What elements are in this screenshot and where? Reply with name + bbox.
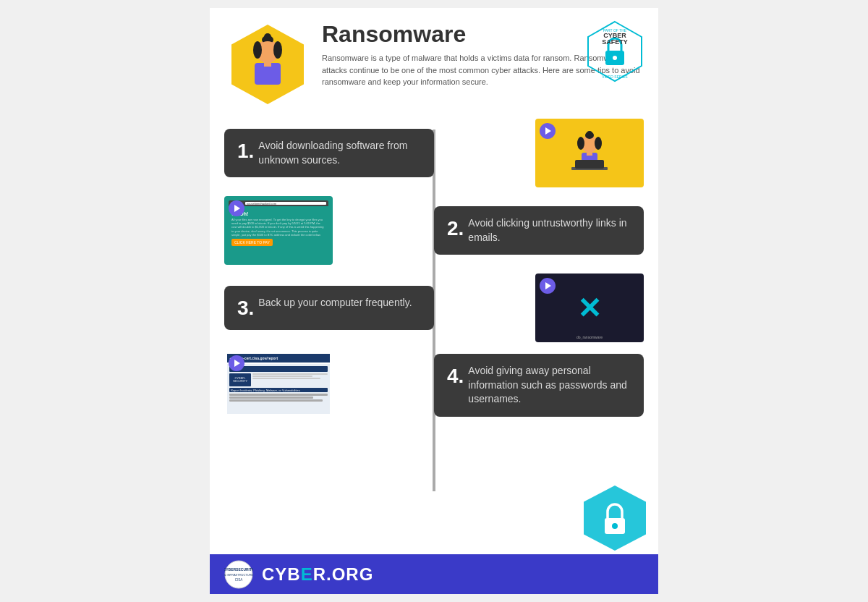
x-mark-icon: ✕ xyxy=(577,292,602,325)
step-2-text: Avoid clicking untrustworthy links in em… xyxy=(468,216,631,245)
step-3-video[interactable]: ✕ do_ransomware xyxy=(535,274,644,342)
footer-title: CYBER.ORG xyxy=(262,564,373,585)
svg-rect-23 xyxy=(587,151,592,156)
svg-point-11 xyxy=(613,56,617,60)
footer-logo: CYBERSECURITY & INFRASTRUCTURE CISA xyxy=(224,560,253,589)
step-4-box: 4. Avoid giving away personal informatio… xyxy=(434,354,644,417)
poster: Ransomware Ransomware is a type of malwa… xyxy=(210,8,658,594)
svg-text:CYBERSECURITY: CYBERSECURITY xyxy=(224,567,253,572)
step-4-text: Avoid giving away personal information s… xyxy=(468,364,631,407)
step-1-play-btn[interactable] xyxy=(540,123,556,139)
ransomware-title: Uh Oh! xyxy=(231,211,326,216)
avatar-hex xyxy=(224,21,311,108)
ransomware-body: All your files are now encrypted. To get… xyxy=(231,218,326,237)
step-2-row: youvebeenhacked.com Uh Oh! All your file… xyxy=(224,196,644,265)
svg-rect-25 xyxy=(575,160,604,169)
step-3-row: 3. Back up your computer frequently. ✕ d… xyxy=(224,274,644,342)
step-1-video[interactable] xyxy=(535,119,644,187)
svg-point-19 xyxy=(587,131,592,137)
step-1-box: 1. Avoid downloading software from unkno… xyxy=(224,129,434,177)
svg-point-6 xyxy=(273,41,282,59)
bottom-hex-decoration xyxy=(579,482,651,554)
svg-point-28 xyxy=(612,523,618,529)
svg-text:SAFETY: SAFETY xyxy=(602,38,628,46)
cyber-safety-badge: PART OF THE CYBER SAFETY VIDEO SERIES xyxy=(582,19,647,84)
step-4-play-btn[interactable] xyxy=(229,355,244,371)
svg-point-3 xyxy=(264,33,271,41)
step-2-video[interactable]: youvebeenhacked.com Uh Oh! All your file… xyxy=(224,196,333,265)
step-2-number: 2. xyxy=(447,216,464,241)
step-4-video[interactable]: ● ○ ● us-cert.cisa.gov/report CYBER-SECU… xyxy=(224,351,333,420)
footer: CYBERSECURITY & INFRASTRUCTURE CISA CYBE… xyxy=(210,554,658,594)
step-3-number: 3. xyxy=(237,296,254,321)
step-3-play-btn[interactable] xyxy=(540,278,556,294)
step-1-number: 1. xyxy=(237,139,254,164)
step-2-box: 2. Avoid clicking untrustworthy links in… xyxy=(434,206,644,255)
svg-text:CISA: CISA xyxy=(235,578,243,582)
svg-point-21 xyxy=(595,137,602,150)
step-3-text: Back up your computer frequently. xyxy=(258,296,421,310)
step-1-row: 1. Avoid downloading software from unkno… xyxy=(224,119,644,187)
svg-text:& INFRASTRUCTURE: & INFRASTRUCTURE xyxy=(224,573,253,577)
step-2-play-btn[interactable] xyxy=(229,200,244,216)
step-4-row: ● ○ ● us-cert.cisa.gov/report CYBER-SECU… xyxy=(224,351,644,420)
svg-text:VIDEO SERIES: VIDEO SERIES xyxy=(602,75,628,79)
step-3-box: 3. Back up your computer frequently. xyxy=(224,286,434,331)
svg-rect-8 xyxy=(264,61,271,67)
step-4-number: 4. xyxy=(447,364,464,389)
ransomware-button: CLICK HERE TO PAY xyxy=(231,239,273,246)
svg-point-5 xyxy=(253,41,262,59)
step-1-text: Avoid downloading software from unknown … xyxy=(258,139,421,167)
header: Ransomware Ransomware is a type of malwa… xyxy=(210,8,658,115)
svg-point-20 xyxy=(577,137,584,150)
